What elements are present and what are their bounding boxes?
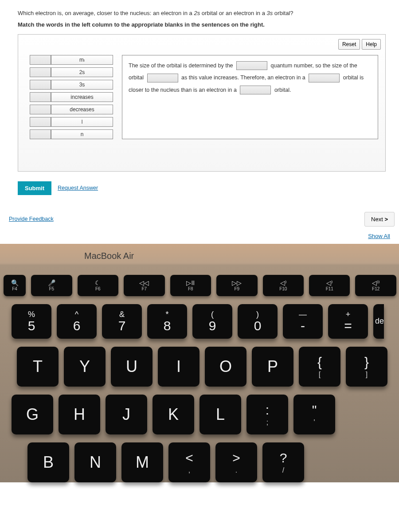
number-key: ^6 bbox=[57, 304, 97, 339]
next-label: Next bbox=[371, 216, 383, 223]
matching-widget: Reset Help mₗ 2s 3s increases decreases … bbox=[18, 34, 386, 172]
letter-key: M bbox=[121, 442, 163, 482]
letter-key: }] bbox=[346, 347, 387, 387]
blank-slot[interactable] bbox=[240, 86, 271, 94]
number-row: %5^6&7*8(9)0—-+=de bbox=[0, 304, 396, 339]
letter-key: <, bbox=[168, 442, 210, 482]
delete-key-edge: de bbox=[373, 304, 384, 339]
blank-slot[interactable] bbox=[309, 74, 340, 82]
drop-slot[interactable] bbox=[30, 117, 51, 127]
q-orb-2s: 2s bbox=[194, 10, 200, 16]
drop-slot[interactable] bbox=[30, 55, 51, 65]
function-key: ◁⁾⁾F12 bbox=[355, 275, 396, 296]
function-key: 🔍F4 bbox=[4, 275, 26, 296]
request-answer-link[interactable]: Request Answer bbox=[58, 185, 98, 191]
letter-key: {[ bbox=[299, 347, 340, 387]
question-text: Which electron is, on average, closer to… bbox=[18, 9, 386, 18]
function-row: 🔍F4🎤F5☾F6◁◁F7▷IIF8▷▷F9◁⁾F10◁⁾F11◁⁾⁾F12 bbox=[0, 275, 396, 296]
letter-row-1: TYUIOP{[}] bbox=[0, 347, 396, 387]
help-button[interactable]: Help bbox=[362, 39, 381, 50]
submit-button[interactable]: Submit bbox=[18, 181, 51, 195]
function-key: ◁⁾F11 bbox=[309, 275, 350, 296]
drop-slot[interactable] bbox=[30, 129, 51, 139]
word-chip[interactable]: mₗ bbox=[51, 55, 113, 65]
letter-key: ?/ bbox=[262, 442, 304, 482]
function-key: ▷IIF8 bbox=[170, 275, 211, 296]
letter-key: U bbox=[111, 347, 153, 387]
letter-key: L bbox=[200, 395, 241, 434]
blank-slot[interactable] bbox=[147, 74, 178, 82]
letter-key: :; bbox=[246, 395, 288, 434]
function-key: 🎤F5 bbox=[31, 275, 72, 296]
macbook-label: MacBook Air bbox=[84, 251, 134, 261]
function-key: ▷▷F9 bbox=[216, 275, 257, 296]
word-chip[interactable]: 3s bbox=[51, 80, 113, 90]
next-button[interactable]: Next > bbox=[364, 212, 395, 227]
word-chip[interactable]: n bbox=[51, 129, 113, 139]
drop-slot[interactable] bbox=[30, 67, 51, 77]
number-key: )0 bbox=[238, 304, 278, 339]
letter-key: P bbox=[252, 347, 293, 387]
number-key: %5 bbox=[12, 304, 51, 339]
letter-key: >. bbox=[215, 442, 257, 482]
function-key: ◁⁾F10 bbox=[263, 275, 304, 296]
sentence-part: orbital. bbox=[274, 87, 291, 93]
letter-key: K bbox=[153, 395, 194, 434]
question-instruction: Match the words in the left column to th… bbox=[18, 21, 386, 28]
sentence-part: as this value increases. Therefore, an e… bbox=[181, 74, 305, 81]
letter-key: "' bbox=[293, 395, 335, 434]
chevron-right-icon: > bbox=[384, 216, 388, 223]
letter-key: T bbox=[17, 347, 59, 387]
sentence-part: the nucleus than is an electron in a bbox=[151, 87, 237, 93]
letter-key: Y bbox=[64, 347, 106, 387]
letter-key: O bbox=[205, 347, 246, 387]
q-part: orbital? bbox=[273, 10, 293, 16]
reset-button[interactable]: Reset bbox=[338, 39, 360, 50]
drop-slot[interactable] bbox=[30, 92, 51, 102]
number-key: += bbox=[328, 304, 368, 339]
letter-key: B bbox=[27, 442, 69, 482]
keyboard-photo: MacBook Air 🔍F4🎤F5☾F6◁◁F7▷IIF8▷▷F9◁⁾F10◁… bbox=[0, 244, 399, 482]
letter-key: J bbox=[106, 395, 147, 434]
word-chip[interactable]: l bbox=[51, 117, 113, 127]
number-key: *8 bbox=[147, 304, 187, 339]
provide-feedback-link[interactable]: Provide Feedback bbox=[9, 216, 54, 222]
q-part: orbital or an electron in a bbox=[200, 10, 266, 16]
drop-slot[interactable] bbox=[30, 105, 51, 114]
number-key: &7 bbox=[102, 304, 142, 339]
function-key: ☾F6 bbox=[78, 275, 118, 296]
drop-slot[interactable] bbox=[30, 80, 51, 90]
number-key: —- bbox=[283, 304, 323, 339]
word-chip[interactable]: 2s bbox=[51, 67, 113, 77]
sentence-target: The size of the orbital is determined by… bbox=[122, 55, 378, 139]
word-bank: mₗ 2s 3s increases decreases l n bbox=[30, 55, 113, 139]
letter-key: N bbox=[74, 442, 116, 482]
number-key: (9 bbox=[192, 304, 232, 339]
word-chip[interactable]: increases bbox=[51, 92, 113, 102]
blank-slot[interactable] bbox=[236, 61, 267, 70]
show-all-link[interactable]: Show All bbox=[368, 233, 390, 239]
letter-key: H bbox=[59, 395, 100, 434]
function-key: ◁◁F7 bbox=[124, 275, 164, 296]
q-orb-3s: 3s bbox=[267, 10, 273, 16]
q-part: Which electron is, on average, closer to… bbox=[18, 10, 194, 16]
word-chip[interactable]: decreases bbox=[51, 105, 113, 114]
letter-row-2: GHJKL:;"' bbox=[0, 395, 396, 434]
sentence-part: The size of the orbital is determined by… bbox=[129, 63, 233, 69]
letter-key: G bbox=[12, 395, 53, 434]
letter-key: I bbox=[158, 347, 200, 387]
letter-row-3: BNM<,>.?/ bbox=[0, 442, 396, 482]
